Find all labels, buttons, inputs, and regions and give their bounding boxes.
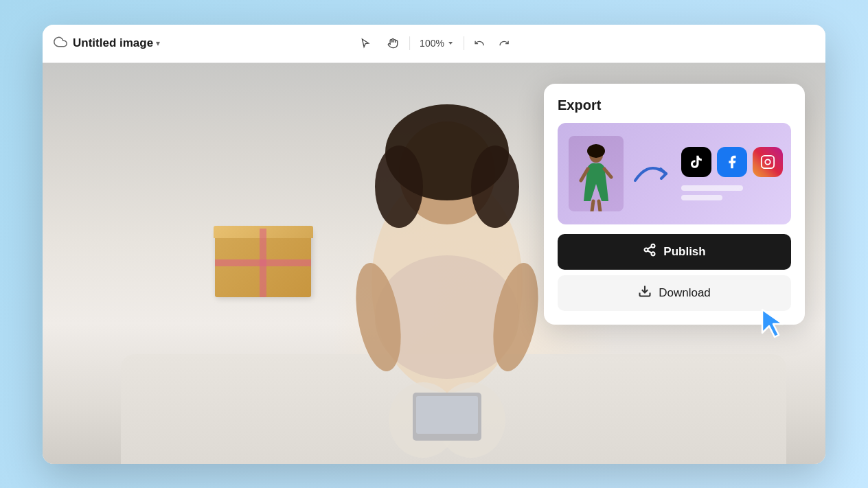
zoom-value: 100%	[420, 38, 444, 49]
toolbar-center: 100%	[354, 32, 514, 54]
app-window: Untitled image ▾ 100	[43, 25, 825, 464]
hand-tool-button[interactable]	[382, 32, 404, 54]
social-icons-row	[681, 147, 783, 177]
svg-line-16	[592, 201, 593, 211]
svg-point-4	[471, 146, 519, 228]
tiktok-icon	[681, 147, 711, 177]
facebook-icon	[717, 147, 747, 177]
cursor-pointer	[757, 304, 791, 338]
svg-rect-18	[762, 155, 774, 167]
svg-point-21	[652, 244, 655, 248]
chevron-down-icon: ▾	[156, 38, 160, 48]
export-preview	[558, 123, 791, 224]
preview-content-lines	[681, 185, 743, 200]
box-body	[215, 229, 311, 297]
svg-point-20	[771, 158, 772, 159]
svg-rect-11	[416, 396, 478, 434]
preview-line-2	[681, 195, 722, 200]
publish-label: Publish	[663, 245, 705, 259]
instagram-icon	[753, 147, 783, 177]
download-label: Download	[659, 286, 711, 300]
export-title: Export	[558, 97, 791, 113]
person-figure	[317, 77, 578, 464]
publish-icon	[643, 243, 656, 260]
box-ribbon-horizontal	[215, 259, 311, 266]
publish-button[interactable]: Publish	[558, 234, 791, 270]
svg-point-13	[587, 144, 605, 158]
toolbar-divider-2	[464, 36, 464, 50]
preview-fashion-card	[569, 136, 624, 211]
download-button[interactable]: Download	[558, 275, 791, 311]
title-group[interactable]: Untitled image ▾	[73, 36, 160, 50]
svg-line-17	[599, 201, 600, 211]
cloud-icon	[54, 35, 67, 51]
svg-point-3	[375, 146, 423, 228]
svg-point-23	[652, 252, 655, 255]
arrow-container	[632, 156, 673, 191]
main-content: Export	[43, 63, 825, 464]
svg-point-22	[645, 248, 648, 252]
svg-point-19	[765, 159, 770, 164]
undo-button[interactable]	[470, 34, 489, 53]
pointer-tool-button[interactable]	[354, 32, 376, 54]
redo-button[interactable]	[494, 34, 514, 53]
toolbar-divider	[409, 36, 410, 50]
svg-line-24	[648, 251, 652, 253]
page-title: Untitled image	[73, 36, 153, 50]
box-prop	[215, 215, 325, 297]
download-icon	[638, 284, 652, 301]
export-panel: Export	[544, 84, 805, 325]
zoom-control[interactable]: 100%	[415, 35, 458, 51]
svg-line-25	[648, 246, 652, 248]
preview-line-1	[681, 185, 743, 191]
social-icons-group	[681, 147, 783, 200]
toolbar: Untitled image ▾ 100	[43, 25, 825, 63]
